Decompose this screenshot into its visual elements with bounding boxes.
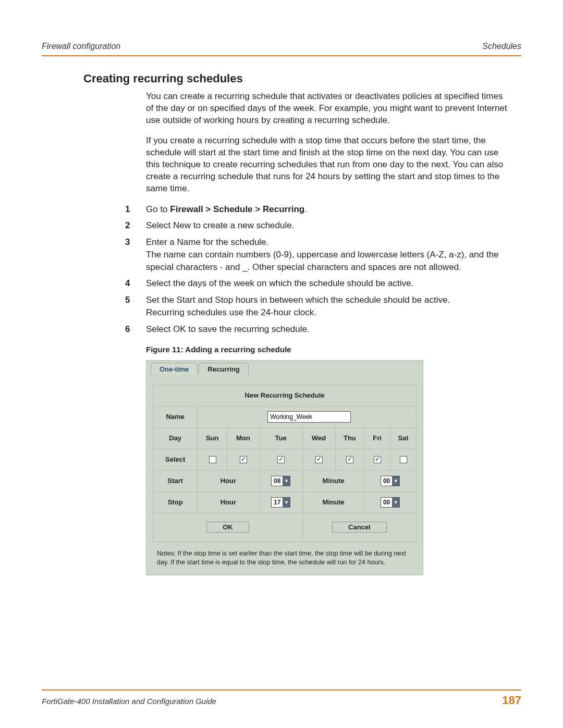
step-1-prefix: Go to: [146, 204, 170, 214]
start-minute-label: Minute: [302, 470, 364, 491]
checkbox-sat[interactable]: [400, 456, 407, 463]
cancel-button[interactable]: Cancel: [332, 522, 387, 533]
step-1-path: Firewall > Schedule > Recurring: [170, 204, 304, 214]
checkbox-fri[interactable]: [374, 456, 381, 463]
notes-text: Notes: If the stop time is set earlier t…: [153, 549, 417, 567]
header-right: Schedules: [482, 42, 521, 51]
stop-minute-value: 00: [381, 498, 392, 507]
stop-hour-select[interactable]: 17 ▼: [271, 497, 290, 508]
tab-one-time[interactable]: One-time: [151, 363, 198, 375]
tab-recurring[interactable]: Recurring: [199, 363, 248, 375]
name-input[interactable]: [267, 411, 351, 423]
checkbox-sun[interactable]: [209, 456, 216, 463]
step-1: Go to Firewall > Schedule > Recurring.: [125, 203, 511, 216]
step-3b: The name can contain numbers (0-9), uppe…: [146, 249, 511, 274]
step-3: Enter a Name for the schedule. The name …: [125, 236, 511, 273]
day-fri: Fri: [364, 427, 390, 449]
start-hour-label: Hour: [198, 470, 259, 491]
start-hour-value: 08: [272, 476, 283, 486]
footer-rule: [42, 689, 521, 690]
step-5b: Recurring schedules use the 24-hour cloc…: [146, 306, 511, 319]
step-1-suffix: .: [304, 204, 307, 214]
figure-caption: Figure 11: Adding a recurring schedule: [146, 345, 521, 354]
start-minute-select[interactable]: 00 ▼: [381, 476, 400, 486]
step-3a: Enter a Name for the schedule.: [146, 236, 511, 249]
step-5: Set the Start and Stop hours in between …: [125, 294, 511, 319]
header-rule: [42, 55, 521, 56]
ok-button[interactable]: OK: [206, 522, 249, 533]
step-4: Select the days of the week on which the…: [125, 277, 511, 290]
start-hour-select[interactable]: 08 ▼: [271, 476, 290, 486]
name-label: Name: [153, 406, 198, 427]
step-2: Select New to create a new schedule.: [125, 219, 511, 232]
chevron-down-icon: ▼: [283, 476, 290, 486]
section-title: Creating recurring schedules: [83, 72, 521, 85]
stop-minute-select[interactable]: 00 ▼: [381, 497, 400, 508]
stop-hour-label: Hour: [198, 491, 259, 513]
checkbox-tue[interactable]: [277, 456, 285, 463]
day-thu: Thu: [335, 427, 364, 449]
chevron-down-icon: ▼: [283, 498, 290, 507]
chevron-down-icon: ▼: [392, 498, 399, 507]
day-wed: Wed: [302, 427, 335, 449]
day-label: Day: [153, 427, 198, 449]
start-minute-value: 00: [381, 476, 392, 486]
select-label: Select: [153, 449, 198, 470]
stop-hour-value: 17: [272, 498, 283, 507]
header-left: Firewall configuration: [42, 42, 120, 51]
start-label: Start: [153, 470, 198, 491]
intro-paragraph-2: If you create a recurring schedule with …: [146, 135, 511, 195]
panel-title: New Recurring Schedule: [153, 385, 417, 406]
day-mon: Mon: [227, 427, 259, 449]
step-6: Select OK to save the recurring schedule…: [125, 323, 511, 336]
screenshot-panel: One-time Recurring New Recurring Schedul…: [146, 360, 423, 575]
checkbox-thu[interactable]: [346, 456, 353, 463]
day-tue: Tue: [259, 427, 302, 449]
stop-minute-label: Minute: [302, 491, 364, 513]
intro-paragraph-1: You can create a recurring schedule that…: [146, 91, 511, 127]
stop-label: Stop: [153, 491, 198, 513]
page-number: 187: [502, 694, 521, 707]
checkbox-mon[interactable]: [240, 456, 247, 463]
checkbox-wed[interactable]: [315, 456, 323, 463]
day-sun: Sun: [198, 427, 227, 449]
footer-title: FortiGate-400 Installation and Configura…: [42, 697, 216, 706]
step-5a: Set the Start and Stop hours in between …: [146, 294, 511, 306]
day-sat: Sat: [390, 427, 417, 449]
chevron-down-icon: ▼: [392, 476, 399, 486]
